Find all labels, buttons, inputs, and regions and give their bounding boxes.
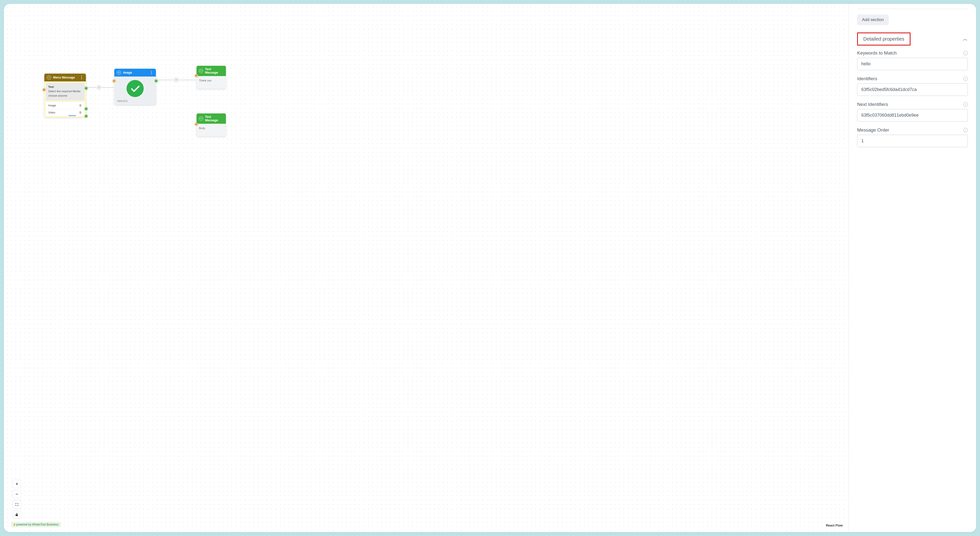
whatsapp-logo-icon xyxy=(127,80,144,97)
field-label: Identifiers xyxy=(857,76,877,81)
message-icon xyxy=(199,116,203,121)
field-identifiers: Identifiers i xyxy=(857,76,968,96)
divider xyxy=(857,9,968,9)
canvas-controls xyxy=(13,480,21,519)
identifiers-input[interactable] xyxy=(857,83,968,96)
powered-by-text: powered by WhatsTool Business xyxy=(16,523,59,526)
add-section-button[interactable]: Add section xyxy=(857,14,889,25)
field-label: Message Order xyxy=(857,127,889,133)
node-text-message[interactable]: Text Message Body xyxy=(197,113,226,136)
react-flow-attribution: React Flow xyxy=(826,523,843,527)
port-in[interactable] xyxy=(195,74,198,77)
svg-rect-4 xyxy=(200,118,202,119)
svg-rect-0 xyxy=(48,77,50,78)
port-in[interactable] xyxy=(43,88,46,91)
node-body: IMAGES xyxy=(114,76,156,105)
message-icon xyxy=(47,75,51,80)
field-message-order: Message Order i xyxy=(857,127,968,147)
powered-by-badge: ⧫ powered by WhatsTool Business xyxy=(11,522,61,527)
trash-icon[interactable]: 🗑 xyxy=(79,111,82,114)
port-out[interactable] xyxy=(85,87,88,90)
image-icon xyxy=(117,70,121,75)
section-header[interactable]: Detailed properties ︿ xyxy=(857,33,968,46)
node-title: Image xyxy=(123,71,132,75)
edge-delete-button[interactable]: ✕ xyxy=(174,77,179,82)
fit-view-button[interactable] xyxy=(13,500,21,509)
node-header: Text Message xyxy=(197,66,226,76)
next-identifiers-input[interactable] xyxy=(857,109,968,122)
info-icon[interactable]: i xyxy=(963,76,968,81)
keywords-input[interactable] xyxy=(857,58,968,70)
bolt-icon: ⧫ xyxy=(14,523,15,526)
option-progress xyxy=(48,116,82,116)
node-image[interactable]: Image ⋮ IMAGES xyxy=(114,69,156,105)
field-next-identifiers: Next Identifiers i xyxy=(857,102,968,122)
node-menu-message[interactable]: Menu Message ⋮ Test Select the required … xyxy=(44,74,86,117)
node-header: Menu Message ⋮ xyxy=(44,74,86,81)
image-caption: IMAGES xyxy=(116,98,154,103)
node-text-message[interactable]: Text Message Thank you xyxy=(197,66,226,89)
info-icon[interactable]: i xyxy=(963,128,968,132)
field-label: Keywords to Match xyxy=(857,51,897,56)
message-icon xyxy=(199,69,203,73)
node-body-text: choose anyone xyxy=(48,94,82,97)
node-body: Test Select the required Media choose an… xyxy=(46,83,84,100)
zoom-in-button[interactable] xyxy=(13,480,21,488)
edge-delete-button[interactable]: ✕ xyxy=(96,85,101,90)
svg-rect-3 xyxy=(200,70,202,71)
menu-option[interactable]: Image 🗑 xyxy=(46,102,84,109)
node-options: Image 🗑 Video 🗑 xyxy=(46,102,84,116)
option-label: Image xyxy=(48,104,56,107)
node-title: Text Message xyxy=(205,115,223,122)
lock-button[interactable] xyxy=(13,511,21,519)
svg-point-2 xyxy=(118,72,119,73)
chevron-up-icon[interactable]: ︿ xyxy=(963,36,968,42)
info-icon[interactable]: i xyxy=(963,51,968,55)
app-frame: ✕ ✕ Menu Message ⋮ Test Select the requi… xyxy=(4,4,976,532)
menu-option[interactable]: Video 🗑 xyxy=(46,109,84,116)
trash-icon[interactable]: 🗑 xyxy=(79,104,82,107)
node-body-title: Test xyxy=(48,85,82,88)
node-body: Body xyxy=(197,124,226,136)
port-out[interactable] xyxy=(85,107,88,110)
node-body: Thank you xyxy=(197,76,226,89)
message-order-input[interactable] xyxy=(857,135,968,147)
node-title: Menu Message xyxy=(53,76,75,79)
node-header: Image ⋮ xyxy=(114,69,156,76)
node-body-text: Select the required Media xyxy=(48,90,82,93)
zoom-out-button[interactable] xyxy=(13,490,21,498)
node-header: Text Message xyxy=(197,113,226,124)
svg-rect-1 xyxy=(118,72,120,73)
flow-canvas[interactable]: ✕ ✕ Menu Message ⋮ Test Select the requi… xyxy=(4,4,849,532)
detailed-properties-title: Detailed properties xyxy=(857,33,910,46)
side-panel: Add section Detailed properties ︿ Keywor… xyxy=(849,4,976,532)
field-label: Next Identifiers xyxy=(857,102,888,107)
option-label: Video xyxy=(48,111,55,114)
info-icon[interactable]: i xyxy=(963,102,968,106)
node-title: Text Message xyxy=(205,68,223,75)
port-in[interactable] xyxy=(113,79,116,82)
port-out[interactable] xyxy=(155,79,158,82)
port-out[interactable] xyxy=(85,115,88,117)
field-keywords: Keywords to Match i xyxy=(857,51,968,70)
port-in[interactable] xyxy=(195,123,198,126)
